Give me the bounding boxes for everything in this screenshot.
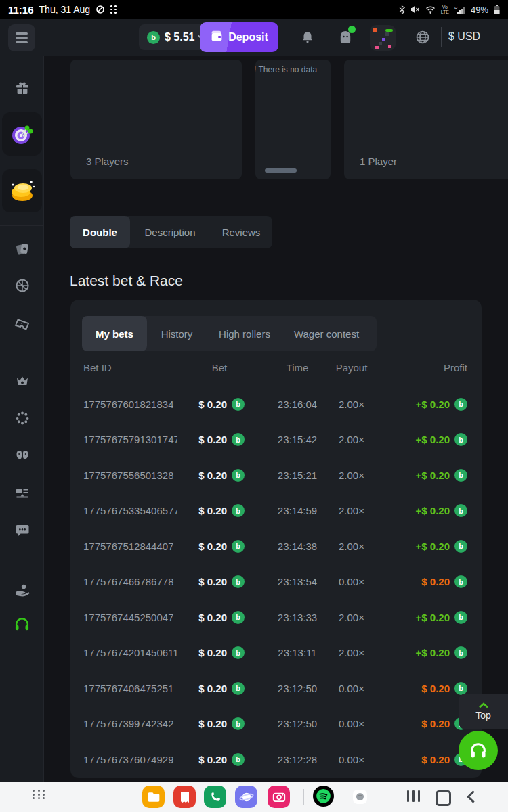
bet-payout: 2.00× — [321, 600, 382, 635]
spotify-app-icon[interactable] — [313, 786, 334, 807]
home-button[interactable] — [436, 790, 451, 806]
bet-profit-cell: +$ 0.20b — [416, 493, 467, 529]
table-row[interactable]: 1775767399742342 $ 0.20b 23:12:50 0.00× … — [70, 706, 482, 742]
bet-profit-cell: +$ 0.20b — [416, 635, 467, 671]
coin-icon: b — [232, 504, 245, 517]
volte-icon: VoLTE — [441, 5, 449, 14]
tab-description[interactable]: Description — [130, 216, 210, 248]
currency-selector[interactable]: $ USD — [448, 30, 480, 43]
page-tabs: Double Description Reviews — [70, 216, 272, 248]
headset-icon — [14, 616, 30, 632]
tab-reviews[interactable]: Reviews — [210, 216, 272, 248]
bet-amount-cell: $ 0.20b — [147, 457, 245, 493]
sidebar-item-gift[interactable] — [0, 74, 44, 102]
sidebar-item-sports[interactable] — [0, 272, 44, 299]
scroll-top-button[interactable]: Top — [459, 694, 508, 729]
chevron-up-icon — [478, 702, 489, 708]
bell-icon — [300, 30, 315, 45]
coin-icon: b — [232, 753, 245, 766]
table-row[interactable]: 17757675791301747 $ 0.20b 23:15:42 2.00×… — [70, 422, 482, 458]
sidebar-item-forum[interactable] — [0, 480, 44, 507]
support-fab[interactable] — [459, 731, 498, 770]
basketball-icon — [14, 277, 30, 294]
bet-profit-cell: +$ 0.20b — [416, 600, 467, 635]
sidebar-item-chat[interactable] — [0, 517, 44, 544]
language-button[interactable] — [414, 28, 431, 46]
table-row[interactable]: 1775767466786778 $ 0.20b 23:13:54 0.00× … — [70, 564, 482, 600]
sidebar-item-refer[interactable] — [0, 443, 44, 470]
bet-amount: $ 0.20 — [198, 754, 227, 765]
avatar[interactable] — [370, 25, 396, 51]
no-data-text: s! There is no data — [255, 65, 317, 74]
column-profit: Profit — [444, 362, 467, 374]
sidebar-item-bonus[interactable] — [0, 405, 44, 432]
gold-coins-icon — [8, 177, 37, 204]
coin-icon: b — [454, 575, 467, 588]
deposit-button[interactable]: Deposit — [200, 22, 278, 52]
phone-app-icon[interactable] — [204, 786, 226, 808]
players-count: 3 Players — [86, 156, 129, 167]
sidebar-item-casino[interactable] — [0, 235, 44, 263]
table-row[interactable]: 1775767445250047 $ 0.20b 23:13:33 2.00× … — [70, 600, 482, 635]
table-row[interactable]: 1775767406475251 $ 0.20b 23:12:50 0.00× … — [70, 671, 482, 706]
sidebar-item-gold-coins[interactable] — [2, 169, 42, 212]
status-bar: 11:16 Thu, 31 Aug VoLTE R 49% — [0, 0, 508, 19]
browser-app-icon[interactable] — [235, 786, 257, 808]
bets-card: My bets History High rollers Wager conte… — [70, 300, 482, 778]
files-app-icon[interactable] — [142, 786, 165, 808]
wifi-icon — [425, 5, 436, 14]
tab-high-rollers[interactable]: High rollers — [207, 316, 282, 351]
table-row[interactable]: 1775767601821834 $ 0.20b 23:16:04 2.00× … — [70, 386, 482, 422]
tab-double[interactable]: Double — [70, 216, 130, 248]
table-row[interactable]: 1775767512844407 $ 0.20b 23:14:38 2.00× … — [70, 528, 482, 564]
bet-payout: 2.00× — [321, 422, 382, 458]
coin-icon: b — [147, 31, 160, 44]
bet-amount-cell: $ 0.20b — [147, 422, 245, 458]
table-row[interactable]: 1775767556501328 $ 0.20b 23:15:21 2.00× … — [70, 457, 482, 493]
coin-icon: b — [232, 469, 245, 482]
bet-amount: $ 0.20 — [198, 683, 227, 694]
bet-payout: 0.00× — [321, 706, 382, 742]
bet-profit: $ 0.20 — [421, 683, 450, 694]
game-panel-middle[interactable]: s! There is no data — [255, 60, 331, 179]
gift-icon — [14, 80, 30, 96]
table-row[interactable]: 17757675335406577 $ 0.20b 23:14:59 2.00×… — [70, 493, 482, 529]
recent-app-icon[interactable] — [353, 790, 367, 804]
coin-icon: b — [454, 682, 467, 695]
column-bet: Bet — [179, 362, 260, 374]
bet-payout: 2.00× — [321, 635, 382, 671]
bet-payout: 2.00× — [321, 528, 382, 564]
sidebar-item-support[interactable] — [0, 610, 44, 637]
tab-wager-contest[interactable]: Wager contest — [282, 316, 371, 351]
bet-profit-cell: +$ 0.20b — [416, 528, 467, 564]
notifications-button[interactable] — [299, 28, 316, 46]
bet-amount-cell: $ 0.20b — [147, 635, 245, 671]
table-row[interactable]: 1775767376074929 $ 0.20b 23:12:28 0.00× … — [70, 742, 482, 777]
tab-history[interactable]: History — [147, 316, 207, 351]
bet-amount: $ 0.20 — [198, 505, 227, 516]
back-button[interactable] — [469, 792, 478, 801]
bet-profit: $ 0.20 — [421, 718, 450, 729]
wallet-icon — [210, 30, 224, 45]
bet-profit: +$ 0.20 — [416, 612, 450, 623]
sidebar-item-lottery[interactable] — [0, 310, 44, 337]
bet-profit: +$ 0.20 — [416, 470, 450, 481]
bet-amount-cell: $ 0.20b — [147, 564, 245, 600]
notes-app-icon[interactable] — [173, 786, 196, 808]
camera-app-icon[interactable] — [268, 786, 290, 808]
bet-payout: 0.00× — [321, 564, 382, 600]
balance-amount: $ 5.51 — [165, 31, 194, 43]
table-row[interactable]: 17757674201450611 $ 0.20b 23:13:11 2.00×… — [70, 635, 482, 671]
game-panel-left[interactable]: 3 Players — [70, 60, 242, 179]
recents-button[interactable] — [405, 790, 421, 802]
tab-my-bets[interactable]: My bets — [82, 316, 147, 351]
chat-button[interactable] — [337, 28, 354, 46]
sidebar-item-cashback[interactable] — [0, 577, 44, 604]
sidebar-item-vip[interactable] — [0, 367, 44, 394]
game-panel-right[interactable]: 1 Player — [344, 60, 508, 179]
sidebar-item-dart-target[interactable] — [2, 112, 42, 156]
coin-icon: b — [454, 504, 467, 517]
bet-profit: +$ 0.20 — [416, 434, 450, 445]
apps-grid-icon[interactable] — [33, 790, 46, 799]
menu-button[interactable] — [8, 24, 35, 51]
